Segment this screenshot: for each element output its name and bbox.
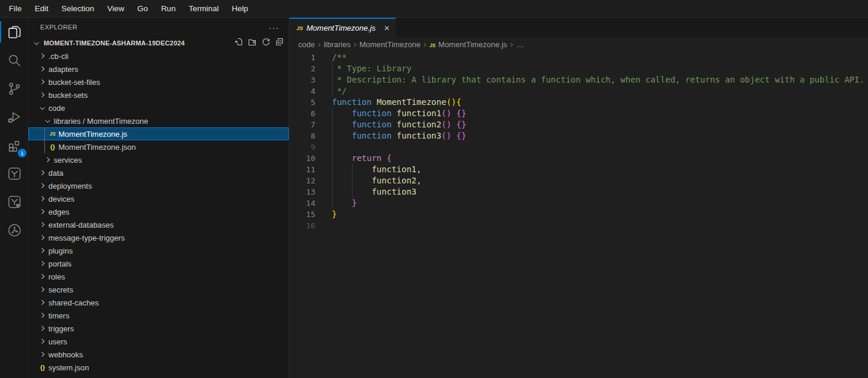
close-icon[interactable]: ✕ [384, 24, 390, 32]
code-token [332, 153, 352, 163]
indent-guide [332, 198, 332, 209]
chevron-right-icon[interactable] [38, 270, 47, 283]
chevron-down-icon[interactable] [32, 37, 41, 50]
tree-item-shared-caches[interactable]: shared-caches [28, 296, 289, 309]
tree-item-portals[interactable]: portals [28, 257, 289, 270]
chevron-down-icon[interactable] [38, 101, 47, 114]
tree-item-momenttimezone-json[interactable]: {}MomentTimezone.json [28, 140, 289, 153]
tree-item-triggers[interactable]: triggers [28, 322, 289, 335]
code-line[interactable]: 10 return { [289, 153, 868, 164]
tree-item-timers[interactable]: timers [28, 309, 289, 322]
tab-momenttimezone-js[interactable]: JS MomentTimezone.js ✕ [289, 18, 396, 37]
tree-item-devices[interactable]: devices [28, 192, 289, 205]
chevron-down-icon[interactable] [43, 114, 53, 127]
activity-graph[interactable] [0, 216, 28, 244]
chevron-right-icon[interactable] [38, 244, 47, 257]
tree-item-plugins[interactable]: plugins [28, 244, 289, 257]
code-line[interactable]: 9 [289, 142, 868, 153]
code-line[interactable]: 11 function1, [289, 164, 868, 175]
source-control-icon [6, 81, 22, 97]
chevron-right-icon[interactable] [38, 283, 47, 296]
code-line[interactable]: 4 */ [289, 86, 868, 97]
menu-run[interactable]: Run [155, 0, 182, 18]
tree-item-momenttimezone-js[interactable]: JSMomentTimezone.js [28, 127, 289, 140]
activity-run-and-debug[interactable] [0, 103, 28, 131]
tree-item-users[interactable]: users [28, 335, 289, 348]
menu-help[interactable]: Help [225, 0, 254, 18]
activity-source-control[interactable] [0, 74, 28, 103]
tree-item-bucket-set-files[interactable]: bucket-set-files [28, 75, 289, 88]
tree-item-secrets[interactable]: secrets [28, 283, 289, 296]
code-line[interactable]: 16 [289, 220, 868, 231]
chevron-right-icon[interactable] [38, 231, 47, 244]
code-line[interactable]: 7 function function2() {} [289, 119, 868, 130]
tree-item-libraries-momenttimezone[interactable]: libraries / MomentTimezone [28, 114, 289, 127]
tree-item-code[interactable]: code [28, 101, 289, 114]
code-line[interactable]: 1/** [289, 52, 868, 63]
chevron-right-icon[interactable] [38, 322, 47, 335]
breadcrumb-separator: › [510, 39, 513, 49]
code-line[interactable]: 5function MomentTimezone(){ [289, 97, 868, 108]
code-line[interactable]: 12 function2, [289, 175, 868, 186]
chevron-right-icon[interactable] [38, 192, 47, 205]
tree-item-message-type-triggers[interactable]: message-type-triggers [28, 231, 289, 244]
menu-view[interactable]: View [101, 0, 131, 18]
breadcrumb-item-[interactable]: … [516, 40, 524, 49]
code-editor[interactable]: 1/**2 * Type: Library3 * Description: A … [289, 52, 868, 231]
chevron-right-icon[interactable] [38, 348, 47, 361]
new-folder-icon[interactable] [247, 37, 257, 49]
chevron-right-icon[interactable] [38, 257, 47, 270]
menu-file[interactable]: File [2, 0, 28, 18]
code-line[interactable]: 15} [289, 209, 868, 220]
menu-edit[interactable]: Edit [28, 0, 55, 18]
breadcrumb-item-code[interactable]: code [298, 40, 315, 49]
code-line[interactable]: 3 * Description: A library that contains… [289, 74, 868, 86]
activity-extensions[interactable]: 1 [0, 131, 28, 159]
tree-item-system-json[interactable]: {}system.json [28, 361, 289, 374]
menu-go[interactable]: Go [131, 0, 155, 18]
activity-clearblade-alt[interactable] [0, 188, 28, 216]
chevron-right-icon[interactable] [38, 335, 47, 348]
tree-item-webhooks[interactable]: webhooks [28, 348, 289, 361]
chevron-right-icon[interactable] [38, 88, 47, 101]
tree-item-adapters[interactable]: adapters [28, 63, 289, 75]
new-file-icon[interactable] [234, 37, 243, 49]
tree-item-cb-cli[interactable]: .cb-cli [28, 50, 289, 63]
collapse-all-icon[interactable] [275, 37, 284, 49]
activity-clearblade[interactable] [0, 159, 28, 188]
line-content: * Type: Library [332, 63, 412, 74]
more-actions-icon[interactable]: ··· [269, 22, 279, 32]
code-line[interactable]: 13 function3 [289, 186, 868, 198]
tree-item-bucket-sets[interactable]: bucket-sets [28, 88, 289, 101]
chevron-right-icon[interactable] [38, 205, 47, 218]
tree-item-deployments[interactable]: deployments [28, 179, 289, 192]
code-line[interactable]: 6 function function1() {} [289, 108, 868, 119]
refresh-icon[interactable] [261, 37, 270, 49]
tree-item-services[interactable]: services [28, 153, 289, 166]
menu-terminal[interactable]: Terminal [182, 0, 225, 18]
code-line[interactable]: 8 function function3() {} [289, 130, 868, 142]
tree-item-edges[interactable]: edges [28, 205, 289, 218]
code-line[interactable]: 14 } [289, 198, 868, 209]
chevron-right-icon[interactable] [43, 153, 53, 166]
tree-item-external-databases[interactable]: external-databases [28, 218, 289, 231]
chevron-right-icon[interactable] [38, 309, 47, 322]
chevron-right-icon[interactable] [38, 296, 47, 309]
tree-item-roles[interactable]: roles [28, 270, 289, 283]
code-line[interactable]: 2 * Type: Library [289, 63, 868, 74]
project-root-row[interactable]: MOMENT-TIMEZONE-ASHARMA-19DEC2024 [28, 37, 289, 50]
activity-bar: 1 [0, 18, 28, 378]
chevron-right-icon[interactable] [38, 63, 47, 75]
chevron-right-icon[interactable] [38, 218, 47, 231]
breadcrumb-item-libraries[interactable]: libraries [324, 40, 351, 49]
chevron-right-icon[interactable] [38, 75, 47, 88]
breadcrumb-item-momenttimezone[interactable]: MomentTimezone [360, 40, 421, 49]
activity-search[interactable] [0, 46, 28, 74]
activity-explorer[interactable] [0, 18, 28, 46]
chevron-right-icon[interactable] [38, 50, 47, 63]
chevron-right-icon[interactable] [38, 166, 47, 179]
tree-item-data[interactable]: data [28, 166, 289, 179]
breadcrumb-item-momenttimezone-js[interactable]: JS MomentTimezone.js [429, 40, 507, 49]
menu-selection[interactable]: Selection [55, 0, 101, 18]
chevron-right-icon[interactable] [38, 179, 47, 192]
